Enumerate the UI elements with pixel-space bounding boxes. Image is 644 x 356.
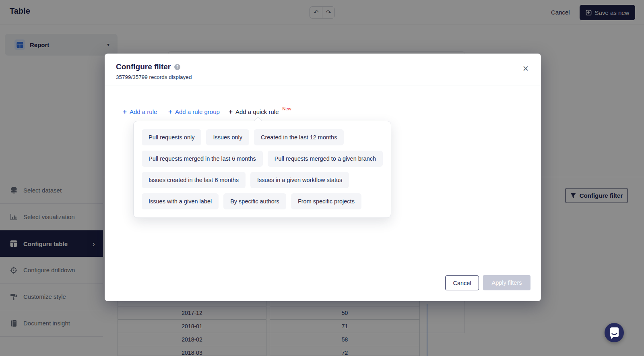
modal-title: Configure filter	[116, 62, 171, 71]
quick-rule-chip[interactable]: Pull requests merged in the last 6 month…	[142, 151, 263, 167]
add-rule-group-label: Add a rule group	[175, 108, 220, 115]
plus-icon: +	[123, 108, 127, 115]
quick-rule-chip[interactable]: From specific projects	[291, 193, 361, 209]
chat-bubble-icon	[605, 323, 624, 342]
app-root: Table ↶ ↷ Cancel Save as new Report ▾ Se…	[0, 0, 644, 356]
add-quick-rule-label: Add a quick rule	[235, 108, 279, 115]
add-quick-rule-link[interactable]: + Add a quick rule New	[229, 106, 291, 117]
add-rule-link[interactable]: + Add a rule	[123, 106, 157, 117]
quick-rule-chip[interactable]: Issues only	[206, 129, 249, 145]
apply-filters-button[interactable]: Apply filters	[483, 275, 530, 290]
close-icon[interactable]: ✕	[522, 64, 529, 73]
modal-header: Configure filter ? 35799/35799 records d…	[105, 54, 541, 85]
plus-icon: +	[229, 108, 233, 115]
add-rule-label: Add a rule	[130, 108, 157, 115]
quick-rules-popup: Pull requests only Issues only Created i…	[133, 121, 391, 218]
chat-widget-button[interactable]	[605, 323, 624, 342]
quick-rule-chip[interactable]: Pull requests merged to a given branch	[268, 151, 383, 167]
records-displayed-text: 35799/35799 records displayed	[116, 74, 530, 80]
help-icon[interactable]: ?	[174, 64, 180, 70]
quick-rule-chip[interactable]: Issues in a given workflow status	[250, 172, 349, 188]
quick-rule-chip[interactable]: Issues with a given label	[142, 193, 219, 209]
add-rule-group-link[interactable]: + Add a rule group	[168, 106, 220, 117]
plus-icon: +	[168, 108, 172, 115]
popup-caret	[254, 117, 262, 125]
modal-cancel-button[interactable]: Cancel	[445, 275, 479, 290]
quick-rule-chip[interactable]: Pull requests only	[142, 129, 201, 145]
modal-body: + Add a rule + Add a rule group + Add a …	[105, 85, 541, 301]
new-badge: New	[283, 106, 291, 111]
configure-filter-modal: Configure filter ? 35799/35799 records d…	[105, 54, 541, 301]
quick-rule-chip[interactable]: Created in the last 12 months	[254, 129, 344, 145]
quick-rule-chip[interactable]: Issues created in the last 6 months	[142, 172, 246, 188]
quick-rule-chip[interactable]: By specific authors	[223, 193, 286, 209]
